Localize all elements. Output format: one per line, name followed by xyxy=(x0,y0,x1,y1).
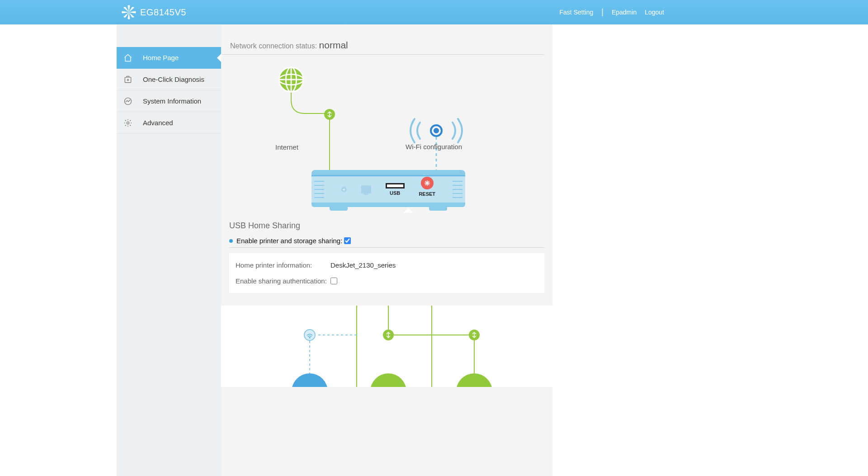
separator: | xyxy=(601,7,604,17)
enable-sharing-row: Enable printer and storage sharing: xyxy=(229,237,544,248)
enable-sharing-checkbox[interactable] xyxy=(344,237,351,244)
reset-label: RESET xyxy=(419,191,435,197)
lower-network-diagram xyxy=(221,306,552,387)
printer-info-row: Home printer information: DeskJet_2130_s… xyxy=(236,261,538,269)
svg-point-29 xyxy=(292,373,328,387)
sidebar-item-advanced[interactable]: Advanced xyxy=(117,112,221,134)
printer-info-label: Home printer information: xyxy=(236,261,330,269)
status-line: Network connection status: normal xyxy=(221,24,544,55)
usb-sharing-title: USB Home Sharing xyxy=(229,221,544,231)
sidebar-item-label: System Information xyxy=(143,97,201,105)
home-icon xyxy=(123,53,133,63)
usb-slot-icon xyxy=(386,183,405,189)
wifi-config-label[interactable]: Wi-Fi configuration xyxy=(406,143,462,151)
auth-label: Enable sharing authentication: xyxy=(236,277,330,285)
router-reset-button[interactable]: RESET xyxy=(419,177,435,197)
network-diagram: Internet Wi-Fi configuration xyxy=(221,55,552,213)
router-usb-port[interactable]: USB xyxy=(386,183,405,196)
svg-point-31 xyxy=(456,373,492,387)
sidebar: Home Page One-Click Diagnosis System Inf… xyxy=(117,24,221,476)
usb-sharing-panel: Home printer information: DeskJet_2130_s… xyxy=(229,253,544,293)
printer-info-value: DeskJet_2130_series xyxy=(330,261,396,269)
sidebar-item-diagnosis[interactable]: One-Click Diagnosis xyxy=(117,69,221,90)
sidebar-item-home[interactable]: Home Page xyxy=(117,47,221,69)
product-name: EG8145V5 xyxy=(140,7,186,18)
top-links: Fast Setting | Epadmin Logout xyxy=(560,8,669,17)
svg-point-25 xyxy=(304,330,315,340)
topbar: EG8145V5 Fast Setting | Epadmin Logout xyxy=(0,0,868,24)
router-port-dot: + xyxy=(341,187,347,192)
sidebar-item-label: One-Click Diagnosis xyxy=(143,75,204,83)
svg-point-30 xyxy=(370,373,406,387)
status-value: normal xyxy=(319,40,348,50)
logo-area: EG8145V5 xyxy=(117,5,186,20)
bullet-icon xyxy=(229,239,233,243)
logout-link[interactable]: Logout xyxy=(645,9,664,16)
gear-icon xyxy=(123,118,133,128)
selected-port-pointer xyxy=(403,208,414,213)
usb-label: USB xyxy=(390,190,400,196)
diagnosis-icon xyxy=(123,75,133,85)
sidebar-item-label: Advanced xyxy=(143,119,173,127)
sidebar-item-label: Home Page xyxy=(143,54,179,61)
internet-label: Internet xyxy=(275,143,298,151)
svg-point-11 xyxy=(434,128,439,133)
status-label: Network connection status: xyxy=(230,42,317,50)
svg-point-2 xyxy=(127,122,129,124)
sidebar-item-sysinfo[interactable]: System Information xyxy=(117,90,221,112)
fast-setting-link[interactable]: Fast Setting xyxy=(560,9,594,16)
huawei-logo-icon xyxy=(121,5,137,20)
auth-row: Enable sharing authentication: xyxy=(236,277,538,285)
content: Network connection status: normal xyxy=(221,24,552,476)
reset-icon xyxy=(421,177,434,189)
globe-icon xyxy=(277,66,305,95)
svg-point-26 xyxy=(309,337,311,339)
router-lan-port-icon xyxy=(361,185,371,193)
enable-sharing-label: Enable printer and storage sharing: xyxy=(236,237,342,245)
auth-checkbox[interactable] xyxy=(330,278,337,284)
page-body: Home Page One-Click Diagnosis System Inf… xyxy=(117,24,552,476)
user-link[interactable]: Epadmin xyxy=(612,9,637,16)
usb-sharing-section: USB Home Sharing Enable printer and stor… xyxy=(221,213,552,306)
router-graphic: + USB RESET xyxy=(311,170,465,207)
sysinfo-icon xyxy=(123,96,133,106)
